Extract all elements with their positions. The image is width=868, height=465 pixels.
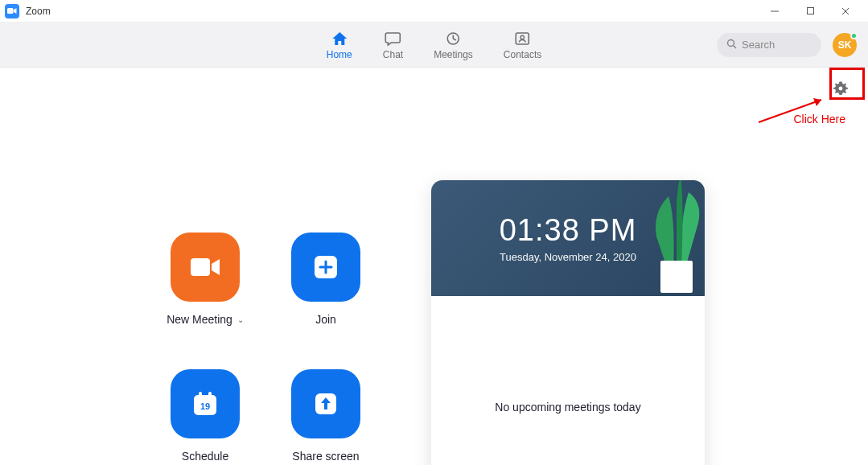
search-input[interactable]: Search	[717, 33, 821, 57]
action-label: Schedule	[182, 450, 228, 463]
svg-rect-23	[660, 261, 693, 293]
nav-tab-contacts[interactable]: Contacts	[504, 30, 541, 60]
presence-indicator	[850, 32, 858, 39]
plant-decoration	[640, 180, 705, 293]
info-card-body: No upcoming meetings today	[431, 296, 705, 414]
new-meeting-button[interactable]: New Meeting ⌄	[145, 232, 265, 369]
calendar-day-number: 19	[200, 401, 210, 411]
nav-tab-label: Chat	[383, 49, 403, 60]
contacts-icon	[514, 30, 532, 47]
svg-rect-2	[807, 8, 813, 14]
annotation-text: Click Here	[793, 113, 845, 126]
svg-rect-15	[191, 258, 210, 276]
calendar-icon: 19	[171, 369, 240, 438]
clock-icon	[445, 30, 463, 47]
window-close-button[interactable]	[828, 0, 863, 23]
nav-tab-meetings[interactable]: Meetings	[434, 30, 473, 60]
svg-point-10	[728, 39, 734, 46]
content-area: Click Here New Meeting ⌄ Join	[0, 68, 868, 465]
window-maximize-button[interactable]	[792, 0, 828, 23]
share-arrow-icon	[291, 369, 360, 438]
nav-tab-home[interactable]: Home	[327, 30, 352, 60]
svg-line-13	[759, 100, 821, 122]
home-icon	[331, 30, 348, 47]
search-icon	[726, 39, 737, 51]
info-card-header: 01:38 PM Tuesday, November 24, 2020	[431, 180, 705, 296]
no-meetings-text: No upcoming meetings today	[495, 401, 640, 414]
chevron-down-icon[interactable]: ⌄	[237, 315, 244, 324]
nav-tab-label: Home	[327, 49, 352, 60]
home-action-grid: New Meeting ⌄ Join 19 Schedu	[145, 232, 386, 465]
action-label: Share screen	[292, 450, 359, 463]
svg-point-9	[520, 35, 524, 39]
avatar-initials: SK	[838, 39, 852, 51]
action-label: Join	[315, 313, 336, 326]
zoom-app-icon	[5, 4, 19, 19]
svg-rect-21	[208, 392, 212, 398]
share-screen-button[interactable]: Share screen	[265, 369, 386, 465]
current-date: Tuesday, November 24, 2020	[500, 251, 636, 263]
schedule-button[interactable]: 19 Schedule	[145, 369, 265, 465]
nav-tab-label: Meetings	[434, 49, 473, 60]
app-title: Zoom	[26, 6, 51, 17]
window-titlebar: Zoom	[0, 0, 868, 23]
meetings-info-card: 01:38 PM Tuesday, November 24, 2020 No u…	[431, 180, 705, 465]
nav-tab-chat[interactable]: Chat	[383, 30, 403, 60]
svg-line-11	[734, 45, 737, 48]
svg-point-12	[839, 87, 843, 91]
svg-rect-0	[7, 8, 14, 14]
window-minimize-button[interactable]	[757, 0, 792, 23]
gear-icon	[833, 80, 849, 100]
svg-marker-14	[813, 98, 821, 106]
current-time: 01:38 PM	[500, 213, 637, 248]
svg-rect-8	[516, 33, 529, 44]
search-placeholder: Search	[742, 39, 775, 51]
action-label: New Meeting	[167, 313, 232, 326]
settings-button[interactable]	[829, 79, 852, 101]
svg-line-7	[454, 39, 457, 40]
video-icon	[171, 232, 240, 302]
svg-rect-20	[199, 392, 202, 398]
plus-icon	[291, 232, 360, 302]
annotation-arrow	[757, 95, 829, 127]
join-button[interactable]: Join	[265, 232, 386, 369]
main-navbar: Home Chat Meetings Contacts Search	[0, 23, 868, 68]
profile-avatar[interactable]: SK	[833, 33, 857, 57]
chat-icon	[384, 30, 401, 47]
nav-tab-label: Contacts	[504, 49, 541, 60]
